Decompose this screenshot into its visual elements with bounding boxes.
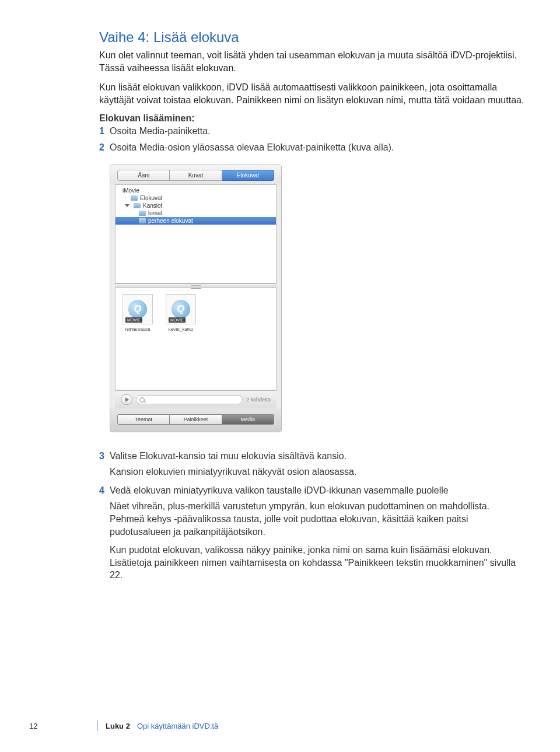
folder-icon xyxy=(139,211,146,216)
tree-item-lomat[interactable]: lomat xyxy=(116,209,276,217)
step-4-detail-a: Näet vihreän, plus-merkillä varustetun y… xyxy=(99,500,525,538)
thumb-image: MOVIE xyxy=(123,294,153,324)
tree-item-imovie[interactable]: iMovie xyxy=(116,187,276,194)
tab-painikkeet[interactable]: Painikkeet xyxy=(170,414,222,425)
chevron-down-icon xyxy=(125,204,130,207)
tab-movies[interactable]: Elokuvat xyxy=(222,170,274,181)
chapter-label: Luku 2 xyxy=(106,722,130,730)
folder-icon xyxy=(134,203,141,208)
bottom-tab-row: Teemat Painikkeet Media xyxy=(110,408,281,432)
chapter-title: Opi käyttämään iDVD:tä xyxy=(137,722,218,730)
panel-footer-bar: 2 kohdetta xyxy=(115,390,276,408)
step-text: Vedä elokuvan miniatyyrikuva valikon tau… xyxy=(110,485,449,495)
intro-paragraph-2: Kun lisäät elokuvan valikkoon, iDVD lisä… xyxy=(99,81,525,106)
subheading: Elokuvan lisääminen: xyxy=(99,113,525,124)
media-panel-figure: Ääni Kuvat Elokuvat iMovie Elokuvat Kans… xyxy=(110,165,525,432)
tab-teemat[interactable]: Teemat xyxy=(117,414,170,425)
step-number: 4 xyxy=(99,484,110,497)
source-tree[interactable]: iMovie Elokuvat Kansiot lomat perheen el… xyxy=(115,184,276,284)
media-panel: Ääni Kuvat Elokuvat iMovie Elokuvat Kans… xyxy=(110,165,282,432)
footer-divider xyxy=(97,720,97,731)
page-heading: Vaihe 4: Lisää elokuva xyxy=(99,29,525,46)
tree-item-kansiot[interactable]: Kansiot xyxy=(116,202,276,209)
tree-item-perheen[interactable]: perheen elokuvat xyxy=(116,217,276,225)
folder-icon xyxy=(139,218,146,223)
tab-media[interactable]: Media xyxy=(222,414,274,425)
tree-item-elokuvat[interactable]: Elokuvat xyxy=(116,194,276,202)
quicktime-icon xyxy=(128,300,147,319)
page-footer: 12 Luku 2 Opi käyttämään iDVD:tä xyxy=(0,720,560,731)
thumb-label: hiihtamässä xyxy=(125,327,150,332)
step-1: 1Osoita Media-painiketta. xyxy=(110,125,525,138)
play-button[interactable] xyxy=(121,394,132,405)
tab-photos[interactable]: Kuvat xyxy=(170,170,222,181)
splitter-handle[interactable] xyxy=(115,284,276,288)
thumbnail-grid: MOVIE hiihtamässä MOVIE kevät_katko xyxy=(115,288,276,390)
thumb-label: kevät_katko xyxy=(169,327,194,332)
step-text: Osoita Media-painiketta. xyxy=(110,126,211,136)
search-input[interactable] xyxy=(136,395,243,404)
step-2: 2Osoita Media-osion yläosassa olevaa Elo… xyxy=(110,141,525,154)
step-number: 1 xyxy=(99,125,110,138)
step-4-detail-b: Kun pudotat elokuvan, valikossa näkyy pa… xyxy=(99,544,525,582)
step-number: 3 xyxy=(99,450,110,463)
quicktime-icon xyxy=(172,300,190,319)
step-number: 2 xyxy=(99,141,110,154)
item-count: 2 kohdetta xyxy=(246,397,271,403)
thumb-image: MOVIE xyxy=(166,294,196,324)
page-number: 12 xyxy=(29,722,97,730)
movie-thumb[interactable]: MOVIE kevät_katko xyxy=(164,294,197,332)
step-3: 3Valitse Elokuvat-kansio tai muu elokuvi… xyxy=(110,450,525,463)
step-3-detail: Kansion elokuvien miniatyyrikuvat näkyvä… xyxy=(99,466,525,478)
movie-thumb[interactable]: MOVIE hiihtamässä xyxy=(121,294,154,332)
folder-icon xyxy=(131,195,138,201)
intro-paragraph-1: Kun olet valinnut teeman, voit lisätä yh… xyxy=(99,49,525,74)
top-tab-row: Ääni Kuvat Elokuvat xyxy=(110,165,281,184)
step-text: Valitse Elokuvat-kansio tai muu elokuvia… xyxy=(110,451,346,461)
tab-audio[interactable]: Ääni xyxy=(117,170,170,181)
step-text: Osoita Media-osion yläosassa olevaa Elok… xyxy=(110,142,394,152)
movie-badge: MOVIE xyxy=(169,317,186,323)
movie-badge: MOVIE xyxy=(125,317,142,323)
step-4: 4Vedä elokuvan miniatyyrikuva valikon ta… xyxy=(110,484,525,497)
